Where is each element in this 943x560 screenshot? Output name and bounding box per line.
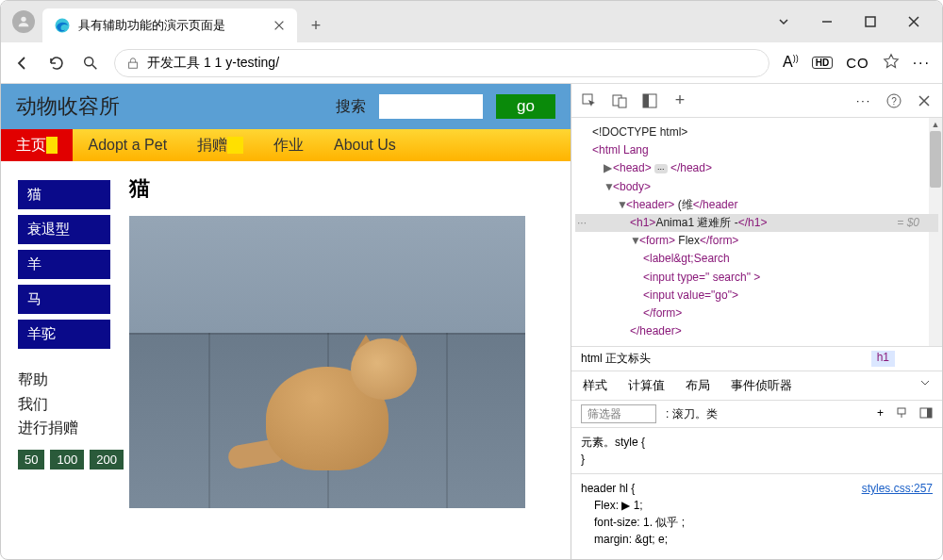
content-heading: 猫	[129, 174, 525, 203]
devtools-toolbar: + ··· ?	[571, 84, 942, 118]
device-icon[interactable]	[611, 92, 628, 109]
window-titlebar: 具有辅助功能的演示页面是 +	[1, 1, 942, 42]
svg-rect-9	[643, 94, 649, 107]
chevron-down-icon[interactable]	[770, 15, 797, 31]
donate-50[interactable]: 50	[18, 450, 44, 469]
rendered-page: 动物收容所 搜索 go 主页 Adopt a Pet 捐赠 作业 About U…	[1, 84, 571, 560]
close-window-icon[interactable]	[901, 15, 927, 31]
breadcrumb[interactable]: html 正文标头 h1	[571, 346, 942, 371]
help-icon[interactable]: ?	[885, 92, 902, 109]
donate-100[interactable]: 100	[50, 450, 84, 469]
maximize-icon[interactable]	[857, 15, 884, 31]
page-nav: 主页 Adopt a Pet 捐赠 作业 About Us	[1, 129, 571, 161]
profile-badge[interactable]: CO	[846, 55, 869, 71]
sidebar-item-horse[interactable]: 马	[18, 285, 110, 314]
lock-icon	[126, 57, 140, 70]
hd-icon[interactable]: HD	[812, 57, 833, 69]
nav-adopt[interactable]: Adopt a Pet	[73, 129, 182, 161]
crumb-selected[interactable]: h1	[871, 351, 895, 367]
browser-tab[interactable]: 具有辅助功能的演示页面是	[42, 8, 297, 42]
selected-node[interactable]: ···<h1>Anima1 避难所 -</h1>= $0	[575, 214, 938, 232]
url-text: 开发工具 1 1 y-testing/	[147, 55, 757, 72]
stylesheet-link[interactable]: styles.css:257	[862, 480, 933, 497]
filter-bar: : 滚刀。类 +	[571, 401, 942, 428]
scrollbar[interactable]: ▲	[929, 118, 942, 346]
dom-tree[interactable]: ▲ <!DOCTYPE html> <html Lang ▶<head> ···…	[571, 118, 942, 346]
window-controls	[770, 15, 942, 42]
search-label: 搜索	[336, 97, 366, 117]
filter-input[interactable]	[581, 404, 656, 423]
cat-image	[129, 216, 525, 508]
svg-rect-4	[129, 62, 138, 68]
back-button[interactable]	[12, 53, 33, 74]
inspect-icon[interactable]	[581, 92, 598, 109]
search-input[interactable]	[379, 94, 483, 119]
nav-home[interactable]: 主页	[1, 129, 73, 161]
svg-rect-12	[898, 408, 905, 414]
page-header: 动物收容所 搜索 go	[1, 84, 571, 129]
donate-200[interactable]: 200	[90, 450, 124, 469]
go-button[interactable]: go	[496, 94, 555, 119]
new-tab-button[interactable]: +	[301, 10, 331, 41]
more-icon[interactable]: ···	[855, 92, 872, 109]
refresh-button[interactable]	[46, 53, 67, 74]
tab-layout[interactable]: 布局	[686, 377, 710, 394]
close-devtools-icon[interactable]	[916, 92, 933, 109]
svg-point-0	[21, 17, 25, 22]
nav-about[interactable]: About Us	[319, 129, 411, 161]
devtools-panel: + ··· ? ▲ <!DOCTYPE html> <html Lang ▶<h…	[571, 84, 942, 560]
read-aloud-icon[interactable]: A))	[783, 54, 799, 71]
tab-title: 具有辅助功能的演示页面是	[78, 17, 265, 34]
nav-donate[interactable]: 捐赠	[182, 129, 258, 161]
url-bar: 开发工具 1 1 y-testing/ A)) HD CO ···	[1, 42, 942, 84]
profile-avatar[interactable]	[12, 10, 35, 33]
svg-rect-2	[866, 17, 875, 26]
svg-text:?: ?	[891, 96, 897, 107]
minimize-icon[interactable]	[814, 15, 840, 31]
styles-tabs: 样式 计算值 布局 事件侦听器	[571, 371, 942, 401]
styles-pane[interactable]: 元素。style { } styles.css:257header hl { F…	[571, 428, 942, 553]
edge-icon	[54, 17, 71, 34]
close-icon[interactable]	[273, 19, 286, 32]
sidebar-item-alpaca[interactable]: 羊驼	[18, 320, 110, 349]
svg-point-3	[85, 57, 93, 65]
main-column: 猫	[129, 180, 525, 508]
add-tab-icon[interactable]: +	[671, 92, 688, 109]
link-donate[interactable]: 进行捐赠	[18, 416, 110, 440]
svg-rect-7	[619, 98, 626, 107]
sidebar-item-decline[interactable]: 衰退型	[18, 215, 110, 244]
hov-label[interactable]: : 滚刀。类	[666, 406, 718, 422]
nav-jobs[interactable]: 作业	[258, 129, 319, 161]
panel-icon[interactable]	[919, 406, 933, 422]
address-field[interactable]: 开发工具 1 1 y-testing/	[114, 49, 769, 77]
favorite-icon[interactable]	[883, 53, 900, 74]
tab-listeners[interactable]: 事件侦听器	[731, 377, 792, 394]
sidebar: 猫 衰退型 羊 马 羊驼 帮助 我们 进行捐赠 50 100 200	[18, 180, 110, 508]
svg-rect-14	[927, 408, 932, 418]
tab-computed[interactable]: 计算值	[628, 377, 665, 394]
page-title: 动物收容所	[16, 92, 120, 121]
link-us[interactable]: 我们	[18, 392, 110, 417]
tab-styles[interactable]: 样式	[583, 377, 607, 394]
sidebar-links: 帮助 我们 进行捐赠	[18, 368, 110, 440]
sidebar-item-cat[interactable]: 猫	[18, 180, 110, 209]
elements-tab-icon[interactable]	[641, 92, 658, 109]
chevron-down-icon[interactable]	[919, 377, 931, 394]
add-rule-icon[interactable]: +	[877, 406, 884, 422]
pin-icon[interactable]	[895, 406, 908, 422]
search-icon[interactable]	[80, 53, 101, 74]
sidebar-item-sheep[interactable]: 羊	[18, 250, 110, 279]
more-icon[interactable]: ···	[913, 55, 931, 72]
link-help[interactable]: 帮助	[18, 368, 110, 392]
